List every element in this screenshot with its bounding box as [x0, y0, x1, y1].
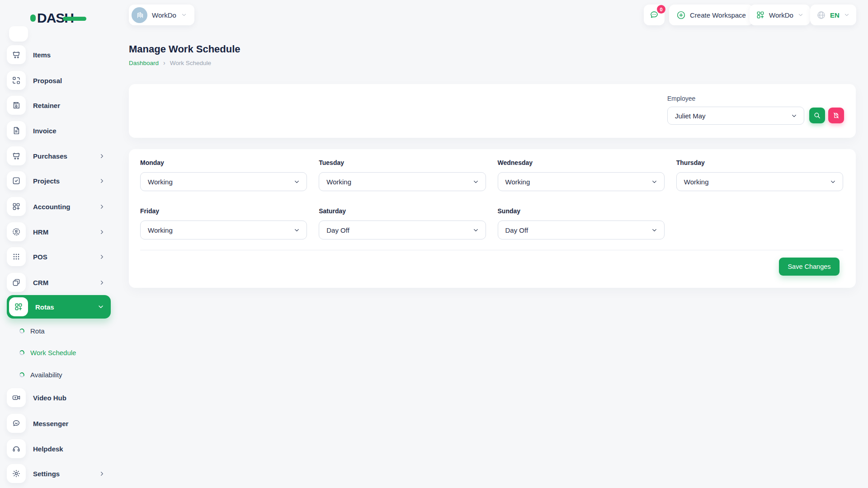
chevron-down-icon — [791, 113, 797, 119]
sidebar-item-proposal[interactable]: Proposal — [7, 71, 110, 90]
days-grid: Monday Working Tuesday Working Wednesday… — [140, 159, 843, 239]
sidebar-item-label: HRM — [33, 228, 48, 236]
sidebar-item-label: Settings — [33, 470, 60, 478]
ring-icon — [19, 349, 25, 355]
breadcrumb-separator: › — [163, 59, 165, 66]
chevron-right-icon — [99, 203, 105, 210]
select-value: Working — [326, 178, 351, 186]
sidebar-subitem-label: Availability — [30, 371, 62, 379]
grid-plus-icon — [9, 297, 28, 316]
sidebar-item-retainer[interactable]: Retainer — [7, 96, 110, 115]
chevron-down-icon — [797, 12, 804, 18]
cart-icon — [7, 146, 26, 165]
plus-circle-icon — [676, 10, 686, 20]
sidebar-subitem-work-schedule[interactable]: Work Schedule — [7, 346, 110, 359]
save-changes-button[interactable]: Save Changes — [779, 258, 840, 276]
messages-badge: 0 — [657, 5, 665, 14]
day-label: Sunday — [498, 207, 665, 215]
search-button[interactable] — [809, 108, 825, 123]
breadcrumb-dashboard-link[interactable]: Dashboard — [129, 60, 159, 66]
page-title: Manage Work Schedule — [129, 43, 241, 55]
friday-select[interactable]: Working — [140, 221, 307, 239]
overlapping-squares-icon — [7, 273, 26, 292]
file-icon — [7, 121, 26, 140]
sidebar-item-messenger[interactable]: Messenger — [7, 414, 110, 433]
chevron-down-icon — [651, 227, 658, 234]
chevron-right-icon — [99, 178, 105, 184]
day-label: Saturday — [319, 207, 486, 215]
sidebar-item-label: Helpdesk — [33, 445, 63, 453]
sidebar-item-helpdesk[interactable]: Helpdesk — [7, 439, 110, 458]
sidebar-item-label: Proposal — [33, 77, 62, 84]
sidebar-item-accounting[interactable]: Accounting — [7, 197, 110, 216]
clear-filter-icon — [832, 112, 840, 119]
chevron-right-icon — [99, 253, 105, 260]
sidebar: Items Proposal Retainer Invoice Purchase… — [0, 0, 117, 488]
sidebar-item-label: Projects — [33, 177, 60, 185]
sidebar-item-label: Invoice — [33, 127, 57, 135]
saturday-select[interactable]: Day Off — [319, 221, 486, 239]
sidebar-item-crm[interactable]: CRM — [7, 273, 110, 292]
select-value: Working — [148, 178, 173, 186]
monday-select[interactable]: Working — [140, 172, 307, 191]
day-label: Tuesday — [319, 159, 486, 166]
chevron-right-icon — [99, 470, 105, 477]
sidebar-item-label: Retainer — [33, 102, 60, 109]
employee-label: Employee — [667, 95, 695, 102]
sidebar-item-label: Video Hub — [33, 394, 66, 402]
sidebar-item-label: POS — [33, 253, 47, 261]
sidebar-item-label: Accounting — [33, 203, 71, 211]
day-label: Thursday — [676, 159, 843, 166]
sunday-select[interactable]: Day Off — [498, 221, 665, 239]
work-schedule-card: Monday Working Tuesday Working Wednesday… — [129, 149, 856, 288]
sidebar-item-label: CRM — [33, 279, 48, 286]
messages-button[interactable]: 0 — [644, 5, 665, 25]
cart-icon — [7, 45, 26, 64]
card-divider — [140, 250, 843, 250]
wednesday-select[interactable]: Working — [498, 172, 665, 191]
sidebar-subitem-availability[interactable]: Availability — [7, 368, 110, 381]
sidebar-item-projects[interactable]: Projects — [7, 171, 110, 190]
sidebar-item-video-hub[interactable]: Video Hub — [7, 388, 110, 407]
create-workspace-button[interactable]: Create Workspace — [669, 5, 753, 25]
chevron-right-icon — [99, 279, 105, 286]
day-label: Wednesday — [498, 159, 665, 166]
user-dashed-circle-icon — [7, 222, 26, 241]
employee-select[interactable]: Juliet May — [667, 107, 804, 125]
sidebar-item-pos[interactable]: POS — [7, 247, 110, 266]
workspace-avatar — [132, 7, 147, 23]
gear-icon — [7, 464, 26, 483]
reset-button[interactable] — [828, 108, 844, 123]
chevron-down-icon — [830, 178, 836, 185]
sidebar-item-items[interactable]: Items — [7, 45, 110, 64]
thursday-select[interactable]: Working — [676, 172, 843, 191]
chevron-down-icon — [844, 12, 850, 18]
workspace-pill[interactable]: WorkDo — [129, 5, 194, 25]
chevron-down-icon — [472, 227, 479, 234]
workspace-switcher[interactable]: WorkDo — [750, 5, 810, 25]
sidebar-subitem-label: Rota — [30, 327, 45, 335]
chevron-down-icon — [293, 178, 300, 185]
sidebar-item-invoice[interactable]: Invoice — [7, 121, 110, 140]
workspace-name: WorkDo — [152, 11, 176, 19]
select-value: Day Off — [326, 226, 349, 234]
chevron-down-icon — [472, 178, 479, 185]
square-check-icon — [7, 171, 26, 190]
sidebar-item-settings[interactable]: Settings — [7, 464, 110, 483]
tuesday-select[interactable]: Working — [319, 172, 486, 191]
sidebar-item-purchases[interactable]: Purchases — [7, 146, 110, 165]
sidebar-subitem-rota[interactable]: Rota — [7, 324, 110, 338]
grid-plus-icon — [756, 10, 765, 19]
language-selector[interactable]: EN — [810, 5, 856, 25]
day-label: Friday — [140, 207, 307, 215]
chevron-right-icon — [99, 153, 105, 160]
breadcrumb: Dashboard › Work Schedule — [129, 59, 211, 66]
sidebar-item-hrm[interactable]: HRM — [7, 222, 110, 241]
select-value: Working — [148, 226, 173, 234]
sidebar-item-rotas[interactable]: Rotas — [7, 295, 111, 319]
sidebar-scroll-peek — [9, 26, 28, 42]
day-block-thursday: Thursday Working — [676, 159, 843, 191]
sidebar-item-label: Rotas — [35, 303, 54, 311]
message-icon — [7, 414, 26, 433]
sidebar-item-label: Purchases — [33, 152, 67, 160]
